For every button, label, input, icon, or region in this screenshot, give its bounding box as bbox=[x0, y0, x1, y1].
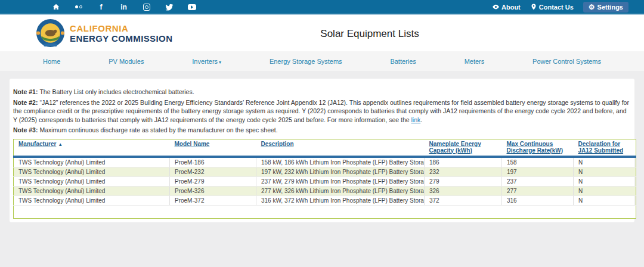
table-cell: N bbox=[574, 186, 636, 195]
table-cell: 186 bbox=[425, 157, 502, 167]
facebook-icon[interactable]: f bbox=[97, 2, 106, 11]
table-cell: ProeM-326 bbox=[170, 186, 256, 195]
table-row: TWS Technology (Anhui) Limited ProeM-232… bbox=[14, 167, 636, 176]
home-icon[interactable] bbox=[51, 2, 60, 11]
header: CALIFORNIA ENERGY COMMISSION Solar Equip… bbox=[0, 15, 644, 51]
brand-line-2: ENERGY COMMISSION bbox=[70, 33, 172, 44]
note-2: Note #2:“JA12” references the 2022 or 20… bbox=[13, 98, 631, 125]
table-cell: 197 bbox=[502, 167, 574, 176]
table-row: TWS Technology (Anhui) Limited ProeM-279… bbox=[14, 176, 636, 186]
note-3: Note #3:Maximum continuous discharge rat… bbox=[13, 126, 631, 135]
table-row: TWS Technology (Anhui) Limited ProeM-326… bbox=[14, 186, 636, 195]
brand-line-1: CALIFORNIA bbox=[70, 23, 172, 33]
table-cell: TWS Technology (Anhui) Limited bbox=[14, 176, 170, 186]
twitter-icon[interactable] bbox=[165, 2, 174, 11]
table-cell: N bbox=[574, 157, 636, 167]
col-header-ja12-declaration[interactable]: Declaration for JA12 Submitted bbox=[574, 139, 636, 157]
settings-button[interactable]: ⚙ Settings bbox=[583, 2, 628, 13]
table-cell: 279 bbox=[425, 176, 502, 186]
table-cell: ProeM-279 bbox=[170, 176, 256, 186]
table-footer-spacer bbox=[14, 205, 636, 218]
sort-asc-icon: ▲ bbox=[58, 142, 63, 147]
chevron-down-icon: ▾ bbox=[219, 60, 221, 65]
gear-icon: ⚙ bbox=[589, 4, 595, 11]
nav-meters[interactable]: Meters bbox=[465, 58, 485, 65]
table-cell: TWS Technology (Anhui) Limited bbox=[14, 186, 170, 195]
table-cell: ProeM-186 bbox=[170, 157, 256, 167]
table-cell: TWS Technology (Anhui) Limited bbox=[14, 195, 170, 205]
table-cell: 277 kW, 326 kWh Lithium Iron Phosphate (… bbox=[256, 186, 425, 195]
table-cell: N bbox=[574, 167, 636, 176]
col-header-manufacturer[interactable]: Manufacturer ▲ bbox=[14, 139, 170, 157]
linkedin-icon[interactable]: in bbox=[119, 2, 128, 11]
col-header-nameplate-capacity[interactable]: Nameplate Energy Capacity (kWh) bbox=[425, 139, 502, 157]
contact-us-link[interactable]: Contact Us bbox=[530, 3, 574, 11]
table-cell: 277 bbox=[502, 186, 574, 195]
table-cell: 326 bbox=[425, 186, 502, 195]
nav-home[interactable]: Home bbox=[43, 58, 60, 65]
table-cell: 372 bbox=[425, 195, 502, 205]
cec-seal-icon bbox=[36, 18, 65, 48]
eye-icon bbox=[492, 3, 500, 11]
col-header-description[interactable]: Description bbox=[256, 139, 425, 157]
table-header-row: Manufacturer ▲ Model Name Description Na… bbox=[14, 139, 636, 157]
table-cell: ProeM-372 bbox=[170, 195, 256, 205]
table-body: TWS Technology (Anhui) Limited ProeM-186… bbox=[14, 157, 636, 206]
page-title: Solar Equipment Lists bbox=[320, 28, 419, 40]
table-cell: N bbox=[574, 195, 636, 205]
battery-list-table: Manufacturer ▲ Model Name Description Na… bbox=[13, 139, 636, 219]
table-cell: N bbox=[574, 176, 636, 186]
table-row: TWS Technology (Anhui) Limited ProeM-372… bbox=[14, 195, 636, 205]
table-cell: 158 kW, 186 kWh Lithium Iron Phosphate (… bbox=[256, 157, 425, 167]
notes-block: Note #1:The Battery List only includes e… bbox=[13, 88, 631, 135]
instagram-icon[interactable] bbox=[142, 2, 151, 11]
table-cell: TWS Technology (Anhui) Limited bbox=[14, 157, 170, 167]
about-link[interactable]: About bbox=[492, 3, 521, 11]
nav-inverters[interactable]: Inverters▾ bbox=[192, 58, 221, 65]
table-cell: 316 kW, 372 kWh Lithium Iron Phosphate (… bbox=[256, 195, 425, 205]
ja12-link[interactable]: link bbox=[411, 116, 421, 123]
table-cell: ProeM-232 bbox=[170, 167, 256, 176]
topbar: f in About Contact Us ⚙ Settings bbox=[0, 0, 644, 15]
social-links: f in bbox=[51, 2, 196, 11]
youtube-icon[interactable] bbox=[187, 2, 196, 11]
flickr-icon[interactable] bbox=[74, 2, 83, 11]
content-card: Note #1:The Battery List only includes e… bbox=[10, 79, 634, 222]
table-cell: 237 bbox=[502, 176, 574, 186]
topbar-right: About Contact Us ⚙ Settings bbox=[492, 2, 628, 13]
table-cell: 232 bbox=[425, 167, 502, 176]
table-row: TWS Technology (Anhui) Limited ProeM-186… bbox=[14, 157, 636, 167]
col-header-max-discharge-rate[interactable]: Max Continuous Discharge Rate(kW) bbox=[502, 139, 574, 157]
table-cell: 158 bbox=[502, 157, 574, 167]
nav-pv-modules[interactable]: PV Modules bbox=[109, 58, 144, 65]
nav-power-control-systems[interactable]: Power Control Systems bbox=[532, 58, 601, 65]
nav-energy-storage-systems[interactable]: Energy Storage Systems bbox=[270, 58, 342, 65]
nav-batteries[interactable]: Batteries bbox=[390, 58, 416, 65]
table-cell: 197 kW, 232 kWh Lithium Iron Phosphate (… bbox=[256, 167, 425, 176]
table-cell: 237 kW, 279 kWh Lithium Iron Phosphate (… bbox=[256, 176, 425, 186]
note-1: Note #1:The Battery List only includes e… bbox=[13, 88, 631, 97]
col-header-model-name[interactable]: Model Name bbox=[170, 139, 256, 157]
pin-icon bbox=[530, 3, 537, 11]
brand-text: CALIFORNIA ENERGY COMMISSION bbox=[70, 23, 172, 44]
cec-logo[interactable]: CALIFORNIA ENERGY COMMISSION bbox=[36, 18, 172, 48]
main-nav: Home PV Modules Inverters▾ Energy Storag… bbox=[0, 51, 644, 71]
table-cell: TWS Technology (Anhui) Limited bbox=[14, 167, 170, 176]
table-cell: 316 bbox=[502, 195, 574, 205]
